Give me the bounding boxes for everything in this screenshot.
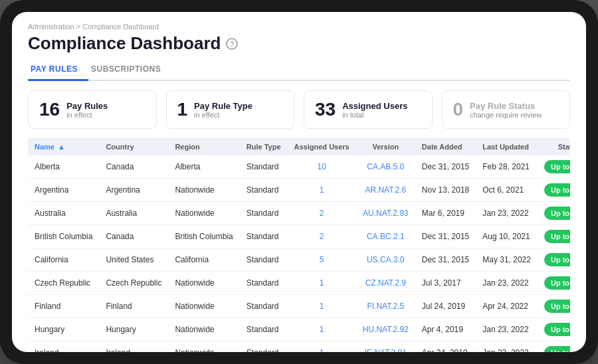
col-header-country: Country	[99, 138, 168, 155]
stat-assigned-users-label: Assigned Users	[342, 101, 407, 111]
cell-region: Nationwide	[168, 318, 239, 341]
cell-country: Ireland	[99, 341, 168, 353]
cell-region: Nationwide	[168, 179, 239, 202]
cell-dateadded: Apr 24, 2019	[415, 341, 476, 353]
stat-assigned-users-sublabel: in total	[342, 111, 407, 119]
cell-region: Alberta	[168, 155, 239, 179]
cell-assigned[interactable]: 1	[288, 295, 356, 318]
cell-country: Czech Republic	[99, 272, 168, 295]
stat-pay-rule-status-label: Pay Rule Status	[470, 101, 542, 111]
table-row: Alberta Canada Alberta Standard 10 CA.AB…	[28, 155, 570, 179]
table-row: Finland Finland Nationwide Standard 1 FI…	[28, 295, 570, 318]
cell-status: Up to Date	[538, 248, 570, 272]
cell-country: Finland	[99, 295, 168, 318]
cell-region: Nationwide	[168, 272, 239, 295]
cell-lastupdated: Jan 23, 2022	[476, 272, 538, 295]
cell-version[interactable]: US.CA.3.0	[356, 248, 415, 272]
cell-status: Up to Date	[538, 179, 570, 202]
cell-version[interactable]: IE.NAT.2.91	[356, 341, 415, 353]
cell-country: United States	[99, 248, 168, 272]
cell-name: Finland	[28, 295, 99, 318]
status-badge: Up to Date	[544, 346, 570, 352]
cell-region: British Columbia	[168, 225, 239, 248]
cell-dateadded: Jul 3, 2017	[415, 272, 476, 295]
status-badge: Up to Date	[544, 230, 570, 243]
cell-version[interactable]: CA.AB.5.0	[356, 155, 415, 179]
cell-ruletype: Standard	[240, 179, 288, 202]
stat-pay-rules-sublabel: in effect	[66, 111, 108, 119]
screen: Administration > Compliance Dashboard Co…	[12, 12, 586, 352]
cell-assigned[interactable]: 2	[288, 225, 356, 248]
breadcrumb-current: Compliance Dashboard	[82, 23, 159, 31]
table-row: California United States California Stan…	[28, 248, 570, 272]
cell-region: California	[168, 248, 239, 272]
stat-pay-rule-type-number: 1	[177, 99, 188, 120]
table-row: Ireland Ireland Nationwide Standard 1 IE…	[28, 341, 570, 353]
stat-pay-rules: 16 Pay Rules in effect	[28, 90, 157, 129]
cell-ruletype: Standard	[240, 295, 288, 318]
cell-dateadded: Jul 24, 2019	[415, 295, 476, 318]
table-header-row: Name ▲ Country Region Rule Type Assigned…	[28, 138, 570, 155]
table-row: Australia Australia Nationwide Standard …	[28, 202, 570, 225]
cell-version[interactable]: AR.NAT.2.6	[356, 179, 415, 202]
breadcrumb-parent[interactable]: Administration	[28, 23, 74, 31]
cell-lastupdated: Oct 6, 2021	[476, 179, 538, 202]
cell-assigned[interactable]: 1	[288, 318, 356, 341]
cell-version[interactable]: HU.NAT.2.92	[356, 318, 415, 341]
cell-assigned[interactable]: 1	[288, 341, 356, 353]
cell-assigned[interactable]: 2	[288, 202, 356, 225]
tab-subscriptions[interactable]: SUBSCRIPTIONS	[88, 60, 171, 81]
cell-lastupdated: Feb 28, 2021	[476, 155, 538, 179]
cell-ruletype: Standard	[240, 272, 288, 295]
cell-name: California	[28, 248, 99, 272]
cell-ruletype: Standard	[240, 341, 288, 353]
cell-status: Up to Date	[538, 202, 570, 225]
cell-version[interactable]: AU.NAT.2.93	[356, 202, 415, 225]
stat-pay-rules-label: Pay Rules	[66, 101, 108, 111]
cell-assigned[interactable]: 1	[288, 179, 356, 202]
cell-status: Up to Date	[538, 155, 570, 179]
stats-row: 16 Pay Rules in effect 1 Pay Rule Type i…	[28, 90, 570, 129]
table-row: Czech Republic Czech Republic Nationwide…	[28, 272, 570, 295]
cell-name: British Columbia	[28, 225, 99, 248]
cell-lastupdated: May 31, 2022	[476, 248, 538, 272]
stat-pay-rule-status-number: 0	[453, 99, 464, 120]
cell-country: Australia	[99, 202, 168, 225]
cell-ruletype: Standard	[240, 155, 288, 179]
col-header-region: Region	[168, 138, 239, 155]
col-header-version: Version	[356, 138, 415, 155]
cell-country: Hungary	[99, 318, 168, 341]
cell-lastupdated: Jan 23, 2022	[476, 202, 538, 225]
status-badge: Up to Date	[544, 300, 570, 313]
cell-dateadded: Dec 31, 2015	[415, 155, 476, 179]
tab-bar: PAY RULES SUBSCRIPTIONS	[28, 60, 570, 81]
cell-status: Up to Date	[538, 341, 570, 353]
cell-name: Alberta	[28, 155, 99, 179]
col-header-status: Status	[538, 138, 570, 155]
col-header-ruletype: Rule Type	[240, 138, 288, 155]
cell-dateadded: Mar 6, 2019	[415, 202, 476, 225]
cell-assigned[interactable]: 10	[288, 155, 356, 179]
status-badge: Up to Date	[544, 160, 570, 173]
stat-pay-rules-number: 16	[39, 99, 60, 120]
cell-region: Nationwide	[168, 295, 239, 318]
sort-arrow-name: ▲	[58, 143, 65, 151]
help-icon[interactable]: ?	[226, 38, 238, 50]
status-badge: Up to Date	[544, 323, 570, 336]
cell-country: Canada	[99, 225, 168, 248]
cell-version[interactable]: CZ.NAT.2.9	[356, 272, 415, 295]
cell-assigned[interactable]: 1	[288, 272, 356, 295]
stat-assigned-users: 33 Assigned Users in total	[304, 90, 433, 129]
cell-lastupdated: Aug 10, 2021	[476, 225, 538, 248]
cell-lastupdated: Jan 23, 2022	[476, 318, 538, 341]
cell-assigned[interactable]: 5	[288, 248, 356, 272]
stat-assigned-users-number: 33	[315, 99, 336, 120]
tab-pay-rules[interactable]: PAY RULES	[28, 60, 88, 81]
status-badge: Up to Date	[544, 207, 570, 220]
stat-pay-rule-status: 0 Pay Rule Status change require review	[442, 90, 571, 129]
page-title-container: Compliance Dashboard ?	[28, 33, 570, 54]
col-header-name[interactable]: Name ▲	[28, 138, 99, 155]
cell-version[interactable]: FI.NAT.2.5	[356, 295, 415, 318]
cell-country: Argentina	[99, 179, 168, 202]
cell-version[interactable]: CA.BC.2.1	[356, 225, 415, 248]
